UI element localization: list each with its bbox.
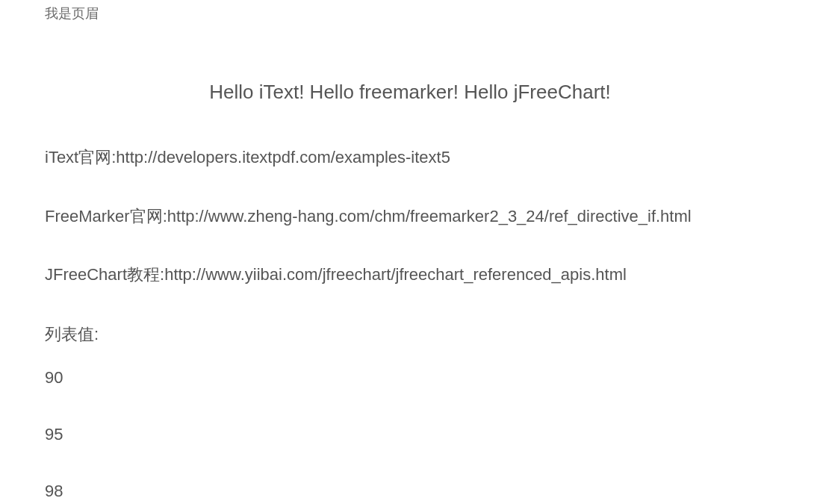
document-title: Hello iText! Hello freemarker! Hello jFr… [45, 81, 775, 104]
link-label-itext: iText官网: [45, 148, 116, 167]
link-url-itext: http://developers.itextpdf.com/examples-… [116, 148, 450, 167]
link-line-jfreechart: JFreeChart教程:http://www.yiibai.com/jfree… [45, 264, 775, 286]
document-content: Hello iText! Hello freemarker! Hello jFr… [0, 81, 820, 501]
list-item: 95 [45, 425, 775, 444]
page-header: 我是页眉 [0, 0, 820, 22]
link-line-freemarker: FreeMarker官网:http://www.zheng-hang.com/c… [45, 206, 775, 228]
list-label: 列表值: [45, 323, 775, 346]
link-label-freemarker: FreeMarker官网: [45, 207, 167, 225]
list-item: 90 [45, 368, 775, 388]
link-url-jfreechart: http://www.yiibai.com/jfreechart/jfreech… [164, 265, 627, 284]
link-line-itext: iText官网:http://developers.itextpdf.com/e… [45, 147, 775, 169]
link-label-jfreechart: JFreeChart教程: [45, 265, 164, 284]
link-url-freemarker: http://www.zheng-hang.com/chm/freemarker… [167, 207, 692, 225]
page-header-text: 我是页眉 [45, 6, 99, 21]
list-item: 98 [45, 482, 775, 501]
